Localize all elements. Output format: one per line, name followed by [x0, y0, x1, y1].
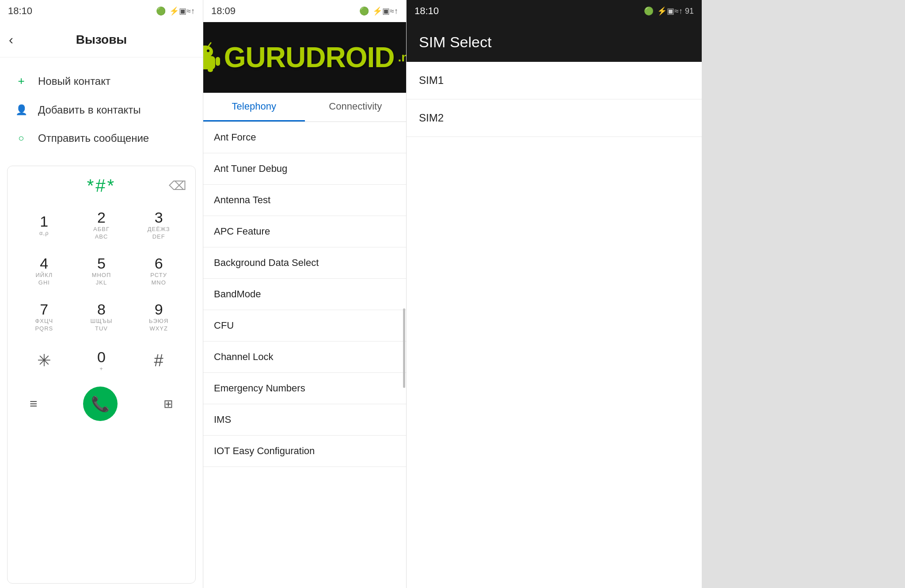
add-contact-label: Добавить в контакты — [38, 104, 141, 116]
sim2-item[interactable]: SIM2 — [407, 99, 702, 137]
key-6-sub: РСТУ — [150, 272, 167, 278]
back-button[interactable]: ‹ — [9, 32, 13, 47]
key-2-main: 2 — [97, 210, 106, 225]
dialer-input: *#* — [21, 176, 182, 196]
status-bar-1: 18:10 🟢 ⚡▣≈↑ — [0, 0, 203, 22]
key-4-sub: ИЙКЛ — [35, 272, 53, 278]
gurudroid-suffix: .net — [398, 50, 406, 64]
sim-list: SIM1 SIM2 — [407, 62, 702, 588]
whatsapp-icon-2: 🟢 — [359, 6, 369, 16]
dialer-display: *#* ⌫ — [12, 171, 191, 203]
sim-select-screen: 18:10 🟢 ⚡▣≈↑ 91 SIM Select SIM1 SIM2 — [407, 0, 702, 588]
key-4-sub2: GHI — [38, 279, 50, 286]
key-3[interactable]: 3 ДЕЁЖЗ DEF — [131, 203, 186, 247]
person-add-icon: 👤 — [13, 104, 29, 116]
key-7[interactable]: 7 ФХЦЧ PQRS — [16, 295, 72, 339]
key-7-main: 7 — [40, 302, 48, 317]
status-time-2: 18:09 — [211, 5, 236, 17]
menu-icon[interactable]: ≡ — [30, 396, 38, 411]
key-7-sub2: PQRS — [35, 325, 53, 332]
list-item[interactable]: Background Data Select — [203, 247, 406, 279]
message-icon: ○ — [13, 133, 29, 144]
tab-connectivity[interactable]: Connectivity — [305, 93, 407, 121]
sim-select-title: SIM Select — [419, 34, 491, 51]
key-1[interactable]: 1 α,ρ — [16, 203, 72, 247]
gurudroid-text: GURUDROID — [224, 41, 395, 74]
list-item[interactable]: IOT Easy Configuration — [203, 436, 406, 467]
whatsapp-icon-3: 🟢 — [644, 6, 654, 16]
dialer-title: Вызовы — [76, 33, 127, 47]
signal-icons-3: ⚡▣≈↑ 91 — [657, 6, 694, 16]
status-icons-1: 🟢 ⚡▣≈↑ — [156, 6, 195, 16]
dialer-menu: + Новый контакт 👤 Добавить в контакты ○ … — [0, 57, 203, 161]
key-5-sub: МНОП — [92, 272, 111, 278]
tab-telephony[interactable]: Telephony — [203, 93, 305, 121]
status-bar-3: 18:10 🟢 ⚡▣≈↑ 91 — [407, 0, 702, 22]
svg-rect-0 — [203, 56, 215, 69]
key-3-main: 3 — [155, 210, 163, 225]
key-2-sub: АБВГ — [93, 226, 110, 232]
gurudroid-logo: GURUDROID .net — [203, 41, 406, 74]
svg-line-5 — [209, 43, 211, 46]
list-item[interactable]: BandMode — [203, 279, 406, 310]
dialer-bottom-bar: ≡ 📞 ⊞ — [12, 380, 191, 429]
key-8[interactable]: 8 ШЩЪЫ TUV — [74, 295, 129, 339]
android-mascot-icon — [203, 42, 221, 73]
new-contact-item[interactable]: + Новый контакт — [13, 66, 190, 96]
key-hash[interactable]: # — [131, 341, 186, 380]
list-item[interactable]: CFU — [203, 310, 406, 341]
list-item[interactable]: Antenna Test — [203, 185, 406, 216]
sim-header: SIM Select — [407, 22, 702, 62]
key-9[interactable]: 9 ЬЭЮЯ WXYZ — [131, 295, 186, 339]
key-6[interactable]: 6 РСТУ MNO — [131, 249, 186, 293]
sim1-item[interactable]: SIM1 — [407, 62, 702, 99]
key-5-sub2: JKL — [96, 279, 107, 286]
engineer-header: GURUDROID .net — [203, 22, 406, 93]
whatsapp-icon: 🟢 — [156, 6, 166, 16]
key-6-main: 6 — [155, 256, 163, 271]
list-item[interactable]: IMS — [203, 404, 406, 436]
grid-icon[interactable]: ⊞ — [164, 397, 173, 411]
key-hash-main: # — [154, 352, 164, 369]
key-star[interactable]: ✳ — [16, 341, 72, 380]
key-6-sub2: MNO — [151, 279, 166, 286]
key-2[interactable]: 2 АБВГ ABC — [74, 203, 129, 247]
list-item[interactable]: Emergency Numbers — [203, 373, 406, 404]
svg-rect-9 — [208, 68, 213, 72]
key-8-sub: ШЩЪЫ — [91, 318, 113, 324]
call-button[interactable]: 📞 — [83, 387, 118, 421]
key-2-sub2: ABC — [95, 233, 108, 240]
key-0-sub: + — [99, 365, 103, 372]
dialer-header: ‹ Вызовы — [0, 22, 203, 57]
engineer-screen-inner: 18:09 🟢 ⚡▣≈↑ — [203, 0, 407, 588]
status-time-3: 18:10 — [414, 5, 439, 17]
engineer-tabs: Telephony Connectivity — [203, 93, 406, 122]
engineer-screen: 18:09 🟢 ⚡▣≈↑ — [203, 0, 407, 588]
key-9-main: 9 — [155, 302, 163, 317]
list-item[interactable]: Ant Tuner Debug — [203, 153, 406, 185]
list-item[interactable]: APC Feature — [203, 216, 406, 247]
new-contact-label: Новый контакт — [38, 75, 110, 87]
backspace-button[interactable]: ⌫ — [169, 178, 186, 193]
status-icons-3: 🟢 ⚡▣≈↑ 91 — [644, 6, 694, 16]
key-3-sub: ДЕЁЖЗ — [148, 226, 170, 232]
dialer-grid: 1 α,ρ 2 АБВГ ABC 3 ДЕЁЖЗ DEF 4 ИЙКЛ GHI … — [12, 203, 191, 380]
key-9-sub: ЬЭЮЯ — [149, 318, 168, 324]
key-0[interactable]: 0 + — [74, 341, 129, 380]
status-icons-2: 🟢 ⚡▣≈↑ — [359, 6, 398, 16]
key-1-sub: α,ρ — [39, 230, 49, 236]
send-message-item[interactable]: ○ Отправить сообщение — [13, 124, 190, 152]
key-4-main: 4 — [40, 256, 48, 271]
signal-icons-2: ⚡▣≈↑ — [373, 6, 398, 16]
add-to-contacts-item[interactable]: 👤 Добавить в контакты — [13, 96, 190, 124]
key-4[interactable]: 4 ИЙКЛ GHI — [16, 249, 72, 293]
key-star-main: ✳ — [37, 352, 51, 369]
list-item[interactable]: Channel Lock — [203, 341, 406, 373]
svg-rect-7 — [216, 57, 220, 66]
engineer-list: Ant Force Ant Tuner Debug Antenna Test A… — [203, 122, 406, 588]
svg-point-3 — [207, 49, 209, 52]
key-9-sub2: WXYZ — [149, 325, 168, 332]
list-item[interactable]: Ant Force — [203, 122, 406, 153]
status-bar-2: 18:09 🟢 ⚡▣≈↑ — [203, 0, 406, 22]
key-5[interactable]: 5 МНОП JKL — [74, 249, 129, 293]
